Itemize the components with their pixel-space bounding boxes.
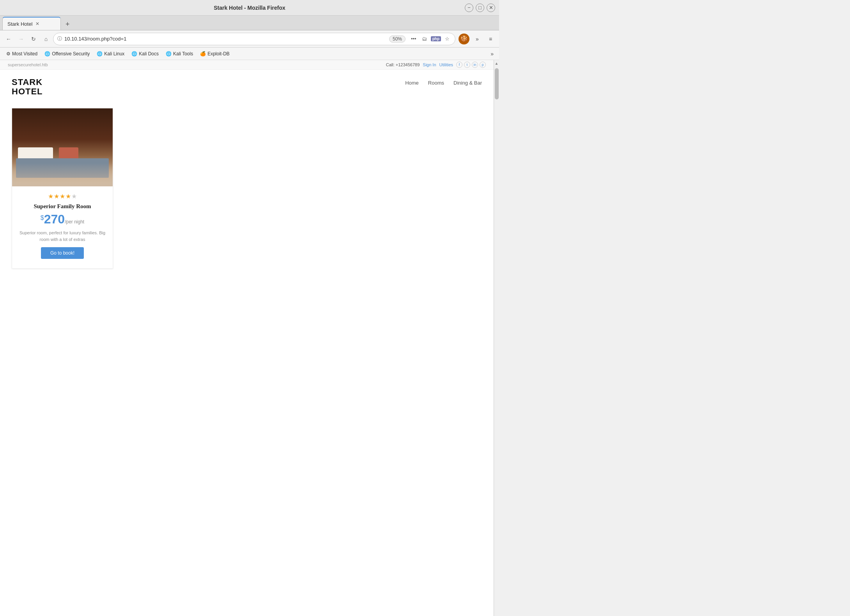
- cookie-icon[interactable]: 🍪: [459, 34, 469, 44]
- social-icon-3[interactable]: in: [472, 62, 478, 68]
- nav-bar: ← → ↻ ⌂ ⓘ 10.10.143/room.php?cod=1 50% •…: [0, 30, 499, 48]
- bookmark-label: Offensive Security: [52, 51, 90, 57]
- back-button[interactable]: ←: [3, 34, 14, 44]
- nav-rooms[interactable]: Rooms: [428, 80, 444, 86]
- browser-content-wrapper: supersecurehotel.htb Call: +123456789 Si…: [0, 60, 499, 616]
- room-price: $270/per night: [18, 212, 106, 227]
- nav-right-icons: 🍪 » ≡: [459, 34, 496, 44]
- site-logo: STARK HOTEL: [12, 78, 43, 96]
- bed-cushion: [59, 147, 78, 159]
- site-top-bar-right: Call: +123456789 Sign In Utilities f t i…: [386, 62, 486, 68]
- room-card: ★★★★★ Superior Family Room $270/per nigh…: [12, 108, 113, 269]
- bookmark-kali-linux[interactable]: 🌐 Kali Linux: [94, 50, 128, 57]
- website-content: supersecurehotel.htb Call: +123456789 Si…: [0, 60, 494, 616]
- social-icon-1[interactable]: f: [456, 62, 462, 68]
- window-controls: − □ ✕: [465, 4, 495, 12]
- room-description: Superior room, perfect for luxury famili…: [18, 230, 106, 243]
- window-title: Stark Hotel - Mozilla Firefox: [214, 5, 285, 11]
- site-phone: Call: +123456789: [386, 62, 420, 67]
- address-bar[interactable]: ⓘ 10.10.143/room.php?cod=1 50% ••• 🗂 php…: [53, 33, 455, 45]
- bookmark-offensive-security[interactable]: 🌐 Offensive Security: [41, 50, 93, 57]
- site-header: STARK HOTEL Home Rooms Dining & Bar: [0, 70, 494, 100]
- bed-cover: [16, 158, 109, 178]
- globe-icon-4: 🌐: [166, 51, 172, 57]
- security-icon: ⓘ: [57, 35, 62, 42]
- price-per: /per night: [65, 219, 84, 225]
- zoom-level[interactable]: 50%: [389, 35, 406, 42]
- refresh-button[interactable]: ↻: [28, 34, 39, 44]
- menu-button[interactable]: ≡: [485, 34, 496, 44]
- scrollbar-up-arrow[interactable]: ▲: [494, 60, 499, 67]
- site-logo-line2: HOTEL: [12, 87, 43, 96]
- room-image: [12, 108, 113, 186]
- room-section: ★★★★★ Superior Family Room $270/per nigh…: [0, 100, 494, 276]
- extensions-button[interactable]: »: [472, 34, 483, 44]
- url-display: 10.10.143/room.php?cod=1: [64, 36, 387, 42]
- tab-stark-hotel[interactable]: Stark Hotel ✕: [2, 17, 61, 30]
- new-tab-button[interactable]: +: [62, 19, 73, 30]
- site-top-bar: supersecurehotel.htb Call: +123456789 Si…: [0, 60, 494, 70]
- minimize-button[interactable]: −: [465, 4, 473, 12]
- bed-pillow: [18, 147, 53, 159]
- site-logo-line1: STARK: [12, 78, 43, 87]
- site-utilities[interactable]: Utilities: [439, 62, 453, 67]
- bookmark-most-visited[interactable]: ⚙ Most Visited: [3, 50, 41, 57]
- nav-home[interactable]: Home: [405, 80, 419, 86]
- bookmark-exploit-db[interactable]: 🍊 Exploit-DB: [197, 50, 233, 57]
- bookmark-kali-docs[interactable]: 🌐 Kali Docs: [128, 50, 162, 57]
- site-social-icons: f t in p: [456, 62, 486, 68]
- pocket-button[interactable]: 🗂: [420, 35, 429, 42]
- bookmarks-more-button[interactable]: »: [488, 50, 496, 58]
- star-filled: ★★★★: [48, 193, 71, 200]
- room-stars: ★★★★★: [18, 193, 106, 200]
- php-badge: php: [431, 36, 441, 41]
- bookmark-star-button[interactable]: ☆: [443, 35, 451, 42]
- room-card-body: ★★★★★ Superior Family Room $270/per nigh…: [12, 186, 113, 268]
- site-url-display: supersecurehotel.htb: [8, 62, 48, 67]
- room-name: Superior Family Room: [18, 203, 106, 210]
- price-dollar: $: [41, 214, 44, 221]
- bookmark-label: Exploit-DB: [207, 51, 230, 57]
- star-half: ★: [71, 193, 77, 200]
- scrollbar-thumb[interactable]: [495, 68, 499, 99]
- book-now-button[interactable]: Go to book!: [41, 247, 84, 259]
- site-nav: Home Rooms Dining & Bar: [405, 78, 482, 86]
- home-button[interactable]: ⌂: [41, 34, 51, 44]
- globe-icon-3: 🌐: [131, 51, 137, 57]
- bookmark-label: Kali Tools: [173, 51, 193, 57]
- more-options-button[interactable]: •••: [409, 35, 418, 42]
- title-bar: Stark Hotel - Mozilla Firefox − □ ✕: [0, 0, 499, 16]
- globe-icon-1: 🌐: [44, 51, 50, 57]
- address-bar-actions: ••• 🗂 php ☆: [409, 35, 451, 42]
- exploit-db-icon: 🍊: [200, 51, 206, 57]
- globe-icon-2: 🌐: [97, 51, 103, 57]
- tab-label: Stark Hotel: [7, 21, 32, 27]
- bookmark-kali-tools[interactable]: 🌐 Kali Tools: [163, 50, 196, 57]
- forward-button[interactable]: →: [16, 34, 27, 44]
- tab-bar: Stark Hotel ✕ +: [0, 16, 499, 30]
- scrollbar[interactable]: ▲: [494, 60, 499, 616]
- tab-close-icon[interactable]: ✕: [35, 21, 39, 27]
- gear-icon: ⚙: [6, 51, 11, 57]
- bookmarks-bar: ⚙ Most Visited 🌐 Offensive Security 🌐 Ka…: [0, 48, 499, 60]
- bookmark-label: Kali Linux: [104, 51, 124, 57]
- bed-visual: [16, 147, 109, 179]
- price-amount: 270: [44, 212, 65, 226]
- social-icon-4[interactable]: p: [480, 62, 486, 68]
- bookmark-label: Kali Docs: [139, 51, 159, 57]
- maximize-button[interactable]: □: [476, 4, 484, 12]
- close-button[interactable]: ✕: [487, 4, 495, 12]
- social-icon-2[interactable]: t: [464, 62, 470, 68]
- nav-dining[interactable]: Dining & Bar: [453, 80, 482, 86]
- bookmark-label: Most Visited: [12, 51, 37, 57]
- site-sign-in[interactable]: Sign In: [423, 62, 436, 67]
